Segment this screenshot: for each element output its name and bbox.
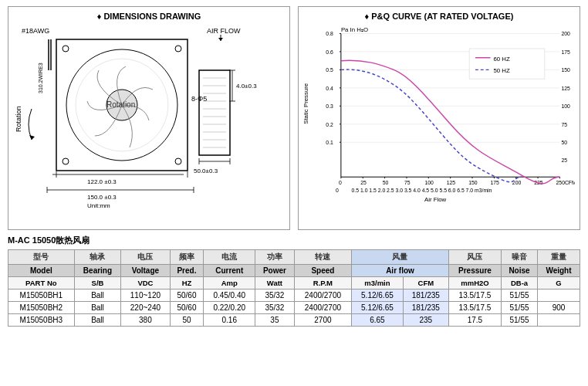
cell-bearing: Ball bbox=[74, 302, 121, 314]
product-name: M-AC 15050散热风扇 bbox=[8, 235, 580, 246]
svg-text:122.0  ±0.3: 122.0 ±0.3 bbox=[87, 178, 117, 185]
col-power-en: Power bbox=[255, 265, 295, 277]
col-current-cn: 电流 bbox=[204, 250, 255, 265]
svg-text:75: 75 bbox=[404, 180, 411, 185]
svg-point-14 bbox=[63, 46, 69, 52]
col-weight-en: Weight bbox=[537, 265, 580, 277]
svg-marker-3 bbox=[218, 38, 223, 41]
svg-text:4.0±0.3: 4.0±0.3 bbox=[236, 83, 257, 90]
cell-weight bbox=[537, 290, 580, 302]
col-speed-en: Speed bbox=[294, 265, 351, 277]
col-freq-cn: 频率 bbox=[170, 250, 204, 265]
col-model-en: Model bbox=[8, 265, 75, 277]
dimensions-title: ♦ DIMENSIONS DRAWING bbox=[13, 12, 285, 21]
cell-m3min: 6.65 bbox=[352, 314, 404, 327]
sub-watt: Watt bbox=[255, 277, 295, 290]
cell-power: 35/32 bbox=[255, 302, 295, 314]
cell-speed: 2400/2700 bbox=[294, 302, 351, 314]
cell-current: 0.16 bbox=[204, 314, 255, 327]
bottom-section: M-AC 15050散热风扇 型号 轴承 电压 频率 电流 功率 转速 风量 风… bbox=[8, 235, 580, 380]
top-section: ♦ DIMENSIONS DRAWING #18AWG AIR FLOW Rot… bbox=[8, 6, 580, 230]
cell-noise: 51/55 bbox=[502, 290, 538, 302]
dimensions-drawing: #18AWG AIR FLOW Rotation 310.2WIRE3 bbox=[13, 24, 285, 209]
col-voltage-en: Voltage bbox=[121, 265, 170, 277]
svg-text:150: 150 bbox=[468, 180, 478, 185]
specs-table: 型号 轴承 电压 频率 电流 功率 转速 风量 风压 噪音 重量 Model B… bbox=[8, 249, 580, 327]
cell-voltage: 380 bbox=[121, 314, 170, 327]
svg-text:Pa In H₂O: Pa In H₂O bbox=[341, 26, 368, 33]
svg-text:0.6: 0.6 bbox=[326, 49, 333, 55]
svg-text:100: 100 bbox=[424, 180, 434, 185]
svg-text:25: 25 bbox=[561, 157, 567, 163]
cell-pressure: 13.5/17.5 bbox=[448, 290, 501, 302]
svg-text:60 HZ: 60 HZ bbox=[493, 56, 510, 63]
cell-cfm: 181/235 bbox=[403, 302, 448, 314]
table-row: M15050BH3 Ball 380 50 0.16 35 2700 6.65 … bbox=[8, 314, 580, 327]
col-airflow-en: Air flow bbox=[352, 265, 449, 277]
col-pressure-cn: 风压 bbox=[448, 250, 501, 265]
svg-text:25: 25 bbox=[360, 180, 367, 185]
cell-model: M15050BH3 bbox=[8, 314, 75, 327]
cell-model: M15050BH2 bbox=[8, 302, 75, 314]
cell-current: 0.22/0.20 bbox=[204, 302, 255, 314]
col-speed-cn: 转速 bbox=[294, 250, 351, 265]
cell-model: M15050BH1 bbox=[8, 290, 75, 302]
cell-freq: 50/60 bbox=[170, 302, 204, 314]
cell-bearing: Ball bbox=[74, 290, 121, 302]
col-weight-cn: 重量 bbox=[537, 250, 580, 265]
dimensions-panel: ♦ DIMENSIONS DRAWING #18AWG AIR FLOW Rot… bbox=[8, 6, 290, 230]
svg-text:Unit:mm: Unit:mm bbox=[87, 202, 110, 209]
cell-power: 35/32 bbox=[255, 290, 295, 302]
svg-text:0.1: 0.1 bbox=[326, 140, 333, 145]
col-pressure-en: Pressure bbox=[448, 265, 501, 277]
svg-text:50.0±0.3: 50.0±0.3 bbox=[194, 168, 218, 174]
cell-noise: 51/55 bbox=[502, 314, 538, 327]
cell-voltage: 110~120 bbox=[121, 290, 170, 302]
pq-panel: ♦ P&Q CURVE (AT RATED VOLTAGE) Static Pr… bbox=[298, 6, 580, 230]
svg-text:200: 200 bbox=[561, 31, 570, 36]
svg-text:#18AWG: #18AWG bbox=[22, 27, 49, 35]
cell-current: 0.45/0.40 bbox=[204, 290, 255, 302]
cell-bearing: Ball bbox=[74, 314, 121, 327]
header-row-en: Model Bearing Voltage Pred. Current Powe… bbox=[8, 265, 580, 277]
cell-pressure: 13.5/17.5 bbox=[448, 302, 501, 314]
col-voltage-cn: 电压 bbox=[121, 250, 170, 265]
cell-speed: 2400/2700 bbox=[294, 290, 351, 302]
sub-g: G bbox=[537, 277, 580, 290]
svg-point-17 bbox=[175, 158, 181, 164]
cell-weight: 900 bbox=[537, 302, 580, 314]
cell-power: 35 bbox=[255, 314, 295, 327]
table-row: M15050BH1 Ball 110~120 50/60 0.45/0.40 3… bbox=[8, 290, 580, 302]
table-row: M15050BH2 Ball 220~240 50/60 0.22/0.20 3… bbox=[8, 302, 580, 314]
svg-text:175: 175 bbox=[561, 49, 570, 55]
svg-point-16 bbox=[63, 158, 69, 164]
main-container: ♦ DIMENSIONS DRAWING #18AWG AIR FLOW Rot… bbox=[0, 0, 588, 386]
svg-text:310.2WIRE3: 310.2WIRE3 bbox=[38, 63, 43, 93]
sub-hz: HZ bbox=[170, 277, 204, 290]
table-body: M15050BH1 Ball 110~120 50/60 0.45/0.40 3… bbox=[8, 290, 580, 327]
svg-text:0.5 1.0 1.5 2.0 2.5 3.0 3.5 4.: 0.5 1.0 1.5 2.0 2.5 3.0 3.5 4.0 4.5 5.0 … bbox=[352, 188, 492, 193]
cell-m3min: 5.12/6.65 bbox=[352, 302, 404, 314]
sub-dba: DB-a bbox=[502, 277, 538, 290]
cell-cfm: 181/235 bbox=[403, 290, 448, 302]
col-bearing-cn: 轴承 bbox=[74, 250, 121, 265]
svg-marker-5 bbox=[29, 135, 35, 140]
cell-speed: 2700 bbox=[294, 314, 351, 327]
sub-partno: PART No bbox=[8, 277, 75, 290]
col-bearing-en: Bearing bbox=[74, 265, 121, 277]
col-noise-en: Noise bbox=[502, 265, 538, 277]
svg-text:AIR FLOW: AIR FLOW bbox=[207, 27, 241, 35]
svg-text:50: 50 bbox=[561, 140, 567, 145]
svg-text:0.3: 0.3 bbox=[326, 103, 333, 109]
svg-text:150.0  ±0.3: 150.0 ±0.3 bbox=[87, 194, 117, 201]
col-current-en: Current bbox=[204, 265, 255, 277]
col-noise-cn: 噪音 bbox=[502, 250, 538, 265]
col-model-cn: 型号 bbox=[8, 250, 75, 265]
pq-title: ♦ P&Q CURVE (AT RATED VOLTAGE) bbox=[303, 12, 575, 21]
svg-text:Air Flow: Air Flow bbox=[424, 196, 447, 203]
svg-point-15 bbox=[175, 46, 181, 52]
cell-voltage: 220~240 bbox=[121, 302, 170, 314]
svg-text:Rotation: Rotation bbox=[106, 100, 135, 109]
cell-freq: 50/60 bbox=[170, 290, 204, 302]
svg-text:250CFM: 250CFM bbox=[556, 180, 575, 185]
